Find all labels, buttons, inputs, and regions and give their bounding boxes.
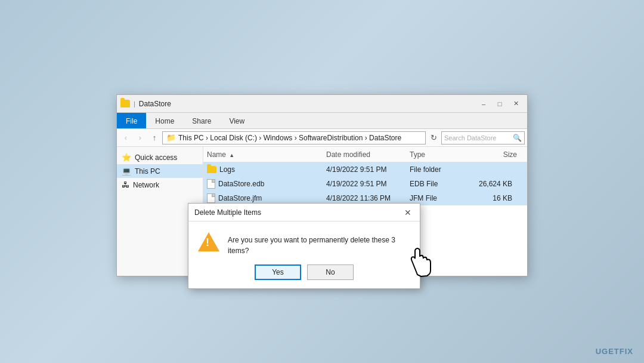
up-button[interactable]: ↑ [148,131,161,144]
folder-icon [207,166,216,173]
file-date-cell: 4/19/2022 9:51 PM [326,165,410,174]
title-sep: | [134,100,135,107]
file-icon [207,193,215,203]
file-date-cell: 4/19/2022 9:51 PM [326,180,410,188]
network-icon: 🖧 [122,180,129,189]
warning-triangle [198,232,219,251]
col-header-date[interactable]: Date modified [326,150,410,159]
dialog-close-button[interactable]: ✕ [402,207,414,219]
file-name-cell: Logs [207,165,326,174]
sidebar-item-network[interactable]: 🖧 Network [117,178,203,192]
tab-file[interactable]: File [117,113,146,128]
star-icon: ⭐ [122,153,131,162]
table-row[interactable]: Logs 4/19/2022 9:51 PM File folder [203,162,527,177]
refresh-button[interactable]: ↻ [427,131,440,144]
tab-home[interactable]: Home [146,113,183,128]
tab-view[interactable]: View [220,113,253,128]
no-button[interactable]: No [307,264,354,280]
breadcrumb-folder-icon: 📁 [166,133,176,142]
sidebar-item-label: Network [133,181,159,189]
col-header-name[interactable]: Name ▲ [207,150,326,159]
file-type-cell: EDB File [410,180,469,188]
search-placeholder: Search DataStore [444,134,496,141]
sidebar-item-this-pc[interactable]: 💻 This PC [117,164,203,178]
file-name-cell: DataStore.jfm [207,193,326,203]
watermark: UGETFIX [596,347,633,356]
dialog-message: Are you sure you want to permanently del… [228,232,410,256]
delete-dialog: Delete Multiple Items ✕ Are you sure you… [188,203,420,289]
file-list-header: Name ▲ Date modified Type Size [203,147,527,162]
tab-share[interactable]: Share [183,113,220,128]
address-bar[interactable]: 📁 This PC › Local Disk (C:) › Windows › … [162,131,426,144]
sidebar-item-label: This PC [135,167,160,176]
file-icon [207,179,215,189]
title-bar-left: | DataStore [120,100,171,108]
sidebar-item-quick-access[interactable]: ⭐ Quick access [117,150,203,164]
warning-icon [198,232,219,254]
col-header-type[interactable]: Type [410,150,469,159]
file-type-cell: JFM File [410,194,469,202]
sidebar-item-label: Quick access [135,153,177,162]
pc-icon: 💻 [122,167,131,176]
breadcrumb: This PC › Local Disk (C:) › Windows › So… [178,134,401,142]
file-date-cell: 4/18/2022 11:36 PM [326,194,410,202]
file-type-cell: File folder [410,165,469,174]
title-text: DataStore [139,100,171,108]
dialog-body: Are you sure you want to permanently del… [188,222,420,264]
yes-button[interactable]: Yes [255,264,301,280]
title-bar: | DataStore – □ ✕ [117,95,527,113]
close-button[interactable]: ✕ [508,98,524,110]
file-name-cell: DataStore.edb [207,179,326,189]
ribbon-tabs: File Home Share View [117,113,527,128]
title-controls: – □ ✕ [476,98,524,110]
ribbon: File Home Share View [117,113,527,129]
title-folder-icon [120,100,130,107]
dialog-buttons: Yes No [188,264,420,288]
dialog-title: Delete Multiple Items [194,208,261,217]
search-box[interactable]: Search DataStore 🔍 [441,131,525,144]
maximize-button[interactable]: □ [492,98,507,110]
forward-button[interactable]: › [134,131,147,144]
search-icon: 🔍 [513,134,522,142]
table-row[interactable]: DataStore.edb 4/19/2022 9:51 PM EDB File… [203,177,527,191]
back-button[interactable]: ‹ [119,131,132,144]
col-header-size[interactable]: Size [469,150,517,159]
file-size-cell: 26,624 KB [469,180,517,188]
minimize-button[interactable]: – [476,98,491,110]
sort-arrow: ▲ [229,152,234,158]
file-size-cell: 16 KB [469,194,517,202]
dialog-title-bar: Delete Multiple Items ✕ [188,204,420,222]
address-row: ‹ › ↑ 📁 This PC › Local Disk (C:) › Wind… [117,129,527,147]
